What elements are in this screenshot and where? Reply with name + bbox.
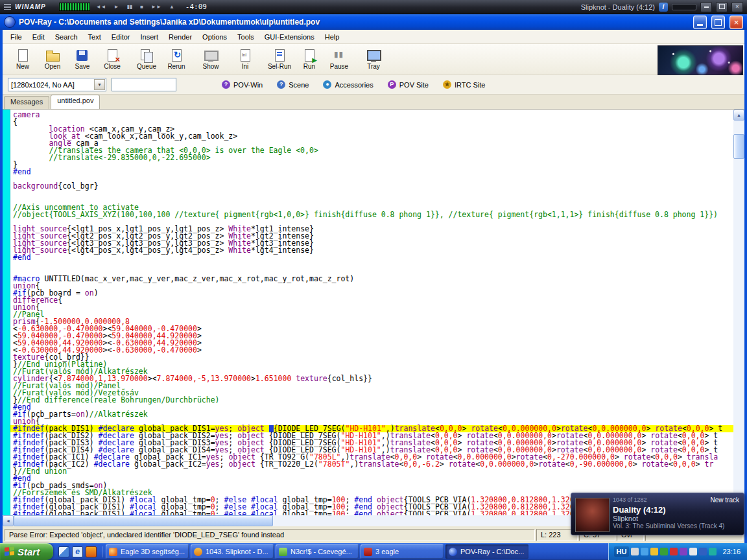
menu-gui-extensions[interactable]: GUI-Extensions	[259, 31, 320, 43]
code-line[interactable]: #end	[10, 169, 733, 176]
winamp-minimize-button[interactable]	[700, 2, 712, 12]
task-eagle3d-help[interactable]: Eagle 3D segítség...	[106, 544, 189, 559]
open-button[interactable]: Open	[38, 45, 67, 74]
code-line[interactable]: #ifndef(pack_IC2) #declare global_pack_I…	[10, 461, 733, 468]
irtc-site-link[interactable]: ★IRTC Site	[436, 78, 492, 91]
winamp-info-button[interactable]: i	[659, 3, 668, 12]
close-button[interactable]: ×	[729, 16, 743, 29]
restore-button[interactable]	[711, 16, 725, 29]
code-line[interactable]: #if(pcb_board = on)	[10, 290, 733, 297]
code-line[interactable]: }//End difference(reale Bohrungen/Durchb…	[10, 397, 733, 404]
new-button[interactable]: New	[8, 45, 38, 74]
scroll-left-arrow[interactable]: ◄	[3, 515, 14, 526]
code-line[interactable]: #end	[10, 475, 733, 482]
winamp-next-button[interactable]: ►►	[149, 3, 163, 11]
menu-options[interactable]: Options	[197, 31, 232, 43]
povwin-link[interactable]: ?POV-Win	[215, 78, 269, 91]
code-line[interactable]: #end	[10, 254, 733, 261]
tab-untitled-pov[interactable]: untitled.pov	[51, 95, 100, 109]
menu-render[interactable]: Render	[163, 31, 197, 43]
menu-edit[interactable]: Edit	[27, 31, 50, 43]
code-line[interactable]: //translate<-29.835000,0,-22.695000>	[10, 154, 733, 161]
task-winamp[interactable]: 1043. Slipknot - D...	[191, 544, 274, 559]
tray-icon-4[interactable]	[660, 548, 668, 555]
tab-messages[interactable]: Messages	[4, 96, 49, 109]
code-line[interactable]	[10, 261, 733, 268]
task-povray-active[interactable]: POV-Ray - C:\Doc...	[445, 544, 528, 559]
run-button[interactable]: Run	[294, 45, 324, 74]
menu-file[interactable]: File	[5, 31, 27, 43]
menu-tools[interactable]: Tools	[232, 31, 259, 43]
winamp-notification-popup[interactable]: 1043 of 1282 New track Duality (4:12) Sl…	[571, 493, 744, 535]
volume-icon[interactable]	[709, 548, 717, 555]
tray-icon-7[interactable]	[689, 548, 697, 555]
minimize-button[interactable]	[693, 16, 707, 29]
winamp-shade-button[interactable]	[716, 2, 728, 12]
code-line[interactable]: difference{	[10, 297, 733, 304]
accessories-link[interactable]: ●Accessories	[316, 78, 379, 91]
winamp-volume-slider[interactable]	[672, 4, 696, 10]
window-titlebar[interactable]: POV-Ray - C:\Documents and Settings\Jani…	[0, 14, 747, 30]
code-line[interactable]: union{	[10, 304, 733, 311]
winamp-stop-button[interactable]: ■	[138, 3, 145, 11]
pov-site-link[interactable]: PPOV Site	[381, 78, 435, 91]
queue-button[interactable]: Queue	[132, 45, 161, 74]
code-line[interactable]: texture{col_brd}}	[10, 354, 733, 361]
tray-icon-5[interactable]	[670, 548, 678, 555]
tray-icon-2[interactable]	[641, 548, 648, 555]
internet-explorer-icon[interactable]: e	[72, 546, 83, 557]
code-line[interactable]: union{	[10, 283, 733, 290]
save-button[interactable]: Save	[67, 45, 97, 74]
code-line[interactable]: //object{TOOLS_AXIS_XYZ(100,100,100 //te…	[10, 211, 733, 218]
menu-search[interactable]: Search	[50, 31, 83, 43]
sel-run-button[interactable]: Sel-Run	[265, 45, 294, 74]
winamp-eject-button[interactable]: ▲	[167, 3, 176, 11]
tray-icon-1[interactable]	[631, 548, 639, 555]
code-line[interactable]: look_at <cam_look_x,cam_look_y,cam_look_…	[10, 133, 733, 140]
vertical-scroll-thumb[interactable]	[733, 134, 744, 159]
winamp-menu-icon[interactable]	[4, 4, 11, 10]
show-button[interactable]: Show	[196, 45, 226, 74]
language-indicator[interactable]: HU	[614, 546, 630, 557]
task-eagle-group[interactable]: 3 eagle	[361, 544, 444, 559]
tray-button[interactable]: Tray	[359, 45, 388, 74]
code-line[interactable]: }//End union	[10, 468, 733, 475]
dropdown-arrow-icon[interactable]: ▼	[94, 79, 105, 90]
menu-editor[interactable]: Editor	[106, 31, 136, 43]
code-line[interactable]: #if(pcb_parts=on)//Alkatrészek	[10, 411, 733, 418]
media-player-icon[interactable]	[86, 546, 97, 557]
pause-button[interactable]: Pause	[324, 45, 354, 74]
code-line[interactable]	[10, 190, 733, 197]
tray-icon-6[interactable]	[680, 548, 687, 555]
code-line[interactable]: }	[10, 161, 733, 169]
horizontal-scroll-thumb[interactable]	[14, 515, 273, 526]
winamp-pause-button[interactable]: ▮▮	[124, 3, 134, 11]
command-line-input[interactable]	[112, 78, 176, 91]
code-area[interactable]: camera{ location <cam_x,cam_y,cam_z> loo…	[10, 110, 733, 515]
render-preset-dropdown[interactable]: [1280x1024, No AA] ▼	[8, 78, 106, 91]
rerun-button[interactable]: Rerun	[161, 45, 191, 74]
close-file-button[interactable]: Close	[97, 45, 127, 74]
editor-selection-margin[interactable]	[3, 110, 10, 515]
winamp-play-button[interactable]: ►	[112, 3, 121, 11]
code-line[interactable]: light_source{<lgt4_pos_x,lgt4_pos_y,lgt4…	[10, 247, 733, 254]
task-chat[interactable]: N3cr!$ - Csevegé...	[276, 544, 359, 559]
tray-icon-3[interactable]	[650, 548, 658, 555]
winamp-close-button[interactable]: ×	[731, 2, 743, 12]
winamp-prev-button[interactable]: ◄◄	[94, 3, 108, 11]
code-line[interactable]: background{col_bgr}	[10, 183, 733, 190]
tray-icon-8[interactable]	[699, 548, 707, 555]
scene-link[interactable]: ?Scene	[270, 78, 315, 91]
code-line[interactable]: #macro UNTITLED(mac_x_ver,mac_y_ver,mac_…	[10, 275, 733, 283]
ini-button[interactable]: Ini	[230, 45, 260, 74]
scroll-up-arrow[interactable]: ▲	[733, 110, 744, 121]
show-desktop-icon[interactable]	[58, 546, 69, 557]
code-line[interactable]: <-0.630000,44.920000><-0.630000,-0.47000…	[10, 347, 733, 354]
menu-text[interactable]: Text	[83, 31, 106, 43]
menu-help[interactable]: Help	[320, 31, 345, 43]
start-button[interactable]: Start	[0, 543, 53, 560]
code-line[interactable]: camera	[10, 111, 733, 119]
menu-insert[interactable]: Insert	[136, 31, 164, 43]
vertical-scrollbar[interactable]: ▲ ▼	[733, 110, 744, 515]
code-line[interactable]	[10, 176, 733, 183]
